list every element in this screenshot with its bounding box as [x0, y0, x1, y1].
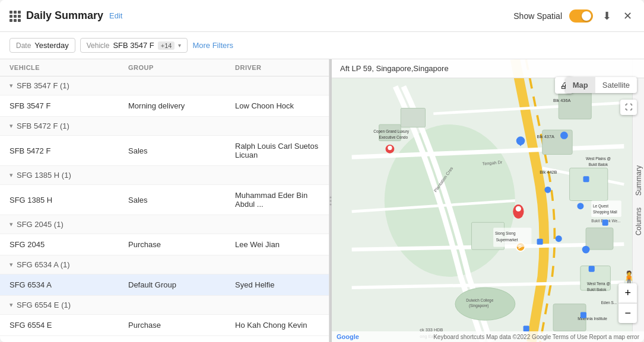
- map-type-map-button[interactable]: Map: [566, 77, 595, 93]
- svg-point-59: [388, 146, 392, 150]
- cell-vehicle: SFG 1385 H: [9, 196, 128, 204]
- svg-text:Bukit Batok: Bukit Batok: [589, 162, 608, 167]
- vehicle-filter-chip[interactable]: Vehicle SFB 3547 F +14 ▾: [80, 38, 188, 53]
- svg-rect-53: [602, 220, 608, 226]
- google-logo: Google: [337, 333, 359, 340]
- cell-group: Morning delivery: [128, 101, 235, 110]
- date-filter-label: Date: [16, 41, 31, 50]
- date-filter-value: Yesterday: [34, 41, 68, 50]
- download-button[interactable]: ⬇: [600, 7, 614, 25]
- vehicle-filter-label: Vehicle: [87, 41, 110, 50]
- cell-driver: Ho Kah Chong Kevin: [235, 321, 319, 330]
- cell-vehicle: SFB 3547 F: [9, 101, 128, 110]
- svg-text:Bukit Batok: Bukit Batok: [587, 287, 607, 292]
- map-side: Aft LP 59, Singapore,Singapore: [332, 59, 644, 342]
- show-spatial-label: Show Spatial: [513, 11, 562, 21]
- map-type-satellite-button[interactable]: Satellite: [595, 77, 637, 93]
- group-header[interactable]: ▾ SFB 3547 F (1): [0, 76, 329, 95]
- main-content: VEHICLE GROUP DRIVER ▾ SFB 3547 F (1) SF…: [0, 59, 644, 342]
- svg-rect-8: [559, 92, 591, 119]
- group-header[interactable]: ▾ SFG 2045 (1): [0, 215, 329, 234]
- map-attribution: Keyboard shortcuts Map data ©2022 Google…: [433, 334, 639, 340]
- svg-rect-15: [401, 108, 425, 127]
- chevron-icon: ▾: [9, 220, 13, 228]
- cell-group: Sales: [128, 146, 235, 155]
- app-container: Daily Summary Edit Show Spatial ⬇ ✕ Date…: [0, 0, 644, 342]
- svg-text:Shopping Mall: Shopping Mall: [593, 210, 617, 215]
- group-title: SFB 3547 F (1): [17, 81, 69, 90]
- col-vehicle-header: VEHICLE: [9, 64, 128, 71]
- grid-icon[interactable]: [9, 11, 20, 21]
- svg-point-24: [516, 206, 521, 212]
- map-address: Aft LP 59, Singapore,Singapore: [332, 59, 644, 78]
- chevron-icon: ▾: [9, 171, 13, 179]
- table-row[interactable]: SFG 1385 H Sales Muhammad Eder Bin Abdul…: [0, 185, 329, 215]
- group-title: SFG 6534 A (1): [17, 260, 70, 269]
- vehicle-filter-badge: +14: [158, 41, 175, 50]
- chevron-icon: ▾: [9, 122, 13, 130]
- svg-text:West Plains @: West Plains @: [586, 156, 611, 161]
- map-type-control: Map Satellite: [566, 77, 637, 93]
- group-title: SFG 6554 E (1): [17, 301, 71, 309]
- group-title: SFG 2045 (1): [17, 220, 64, 229]
- cell-group: Sales: [128, 196, 235, 204]
- filter-bar: Date Yesterday Vehicle SFB 3547 F +14 ▾ …: [0, 32, 644, 59]
- svg-text:Blk 442B: Blk 442B: [540, 170, 557, 175]
- close-button[interactable]: ✕: [621, 7, 635, 25]
- group-title: SFG 1385 H (1): [17, 171, 71, 180]
- header-right: Show Spatial ⬇ ✕: [513, 7, 635, 25]
- table-header: VEHICLE GROUP DRIVER: [0, 59, 329, 76]
- table-side: VEHICLE GROUP DRIVER ▾ SFB 3547 F (1) SF…: [0, 59, 329, 342]
- svg-text:Blk 436A: Blk 436A: [553, 98, 570, 103]
- zoom-out-button[interactable]: −: [618, 303, 637, 323]
- group-title: SFB 5472 F (1): [17, 122, 69, 130]
- fullscreen-button[interactable]: ⛶: [620, 100, 637, 115]
- group-header[interactable]: ▾ SFB 5472 F (1): [0, 117, 329, 136]
- svg-point-20: [577, 203, 583, 209]
- svg-text:Blk 437A: Blk 437A: [537, 134, 554, 139]
- group-header[interactable]: ▾ SFG 1385 H (1): [0, 166, 329, 185]
- svg-text:Supermarket: Supermarket: [496, 238, 518, 242]
- date-filter-chip[interactable]: Date Yesterday: [9, 38, 75, 53]
- group-header[interactable]: ▾ SFG 6554 E (1): [0, 296, 329, 315]
- columns-tab[interactable]: Columns: [633, 202, 645, 241]
- table-body: ▾ SFB 3547 F (1) SFB 3547 F Morning deli…: [0, 76, 329, 342]
- vehicle-filter-value: SFB 3547 F: [113, 41, 154, 50]
- svg-rect-12: [580, 266, 610, 290]
- cell-vehicle: SFB 5472 F: [9, 146, 128, 155]
- svg-text:West Terra @: West Terra @: [587, 282, 610, 286]
- svg-text:Copen Grand Luxury: Copen Grand Luxury: [373, 129, 409, 134]
- cell-vehicle: SFG 6554 E: [9, 321, 128, 330]
- svg-text:Eden S...: Eden S...: [601, 301, 617, 305]
- col-driver-header: DRIVER: [235, 64, 319, 71]
- zoom-in-button[interactable]: +: [618, 283, 637, 303]
- map-background: P Le Quest Shopping Mall Dulwich College…: [332, 59, 644, 342]
- svg-text:Executive Condo: Executive Condo: [379, 135, 408, 139]
- table-row[interactable]: SFG 6554 E Purchase Ho Kah Chong Kevin: [0, 315, 329, 336]
- cell-driver: Syed Helfie: [235, 280, 319, 289]
- cell-vehicle: SFG 2045: [9, 240, 128, 249]
- table-row[interactable]: SFB 5472 F Sales Ralph Louis Carl Suetos…: [0, 136, 329, 166]
- edit-link[interactable]: Edit: [109, 11, 122, 20]
- svg-text:Siong Siong: Siong Siong: [495, 231, 516, 236]
- table-row[interactable]: SFG 6534 A Default Group Syed Helfie: [0, 274, 329, 296]
- group-header[interactable]: ▾ SFG 6534 A (1): [0, 255, 329, 274]
- show-spatial-toggle[interactable]: [569, 9, 593, 23]
- svg-point-19: [544, 187, 551, 193]
- svg-point-18: [560, 132, 568, 139]
- chevron-icon: ▾: [9, 261, 13, 269]
- table-row[interactable]: SFG 2045 Purchase Lee Wei Jian: [0, 234, 329, 255]
- svg-rect-11: [586, 228, 613, 250]
- table-row[interactable]: SFB 3547 F Morning delivery Low Choon Ho…: [0, 95, 329, 117]
- toggle-thumb: [582, 11, 591, 21]
- svg-rect-52: [583, 176, 589, 182]
- svg-rect-56: [537, 239, 543, 245]
- svg-point-21: [556, 235, 562, 242]
- cell-driver: Ralph Louis Carl Suetos Licuan: [235, 142, 319, 159]
- summary-tab[interactable]: Summary: [633, 159, 645, 202]
- cell-driver: Lee Wei Jian: [235, 240, 319, 249]
- more-filters-button[interactable]: More Filters: [192, 41, 233, 50]
- svg-text:Dulwich College: Dulwich College: [466, 298, 493, 303]
- svg-rect-10: [570, 168, 608, 200]
- chevron-icon: ▾: [9, 82, 13, 90]
